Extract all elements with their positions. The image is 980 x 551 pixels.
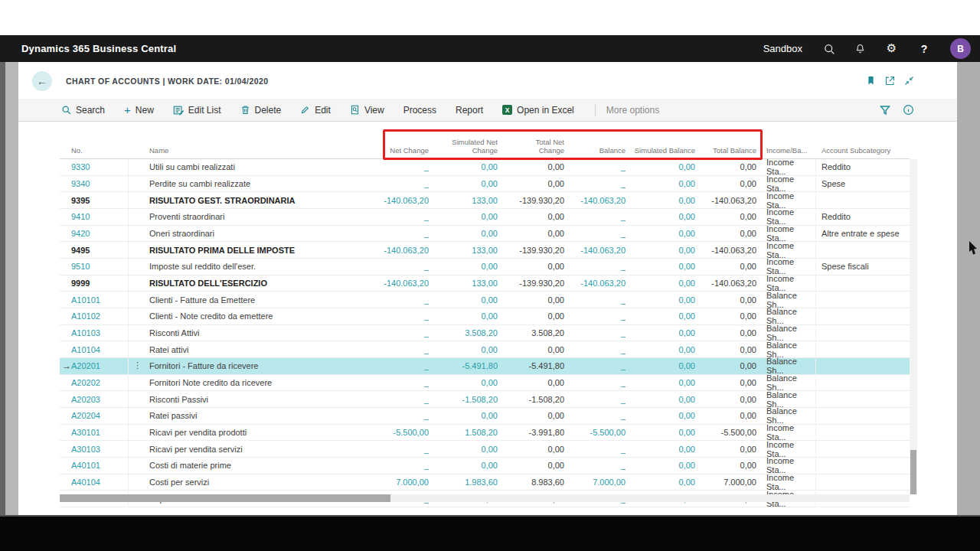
cell-balance[interactable]: _ (564, 361, 626, 370)
cell-simulated-net-change[interactable]: 3.508,20 (429, 328, 498, 337)
table-row[interactable]: A20202Fornitori Note credito da ricevere… (60, 375, 910, 392)
cell-balance[interactable]: _ (564, 162, 626, 171)
cell-net-change[interactable]: _ (383, 162, 429, 171)
cell-simulated-balance[interactable]: 0,00 (626, 445, 695, 454)
cell-account-no[interactable]: 9330 (70, 159, 129, 175)
cell-account-no[interactable]: A20201 (70, 358, 129, 374)
cell-simulated-net-change[interactable]: 0,00 (429, 411, 498, 420)
settings-gear-icon[interactable]: ⚙ (885, 42, 898, 55)
cell-account-no[interactable]: 9420 (70, 226, 129, 242)
help-icon[interactable]: ? (916, 43, 932, 55)
table-row[interactable]: 9510Imposte sul reddito dell'eser._0,000… (60, 259, 910, 276)
table-row[interactable]: A10101Clienti - Fatture da Emettere_0,00… (60, 292, 910, 308)
cell-simulated-balance[interactable]: 0,00 (626, 461, 695, 470)
cell-account-no[interactable]: 9999 (70, 276, 129, 292)
toolbar-search-button[interactable]: Search (61, 105, 105, 116)
cell-simulated-net-change[interactable]: 133,00 (429, 196, 498, 205)
table-row[interactable]: 9999RISULTATO DELL'ESERCIZIO-140.063,201… (60, 276, 910, 292)
cell-simulated-balance[interactable]: 0,00 (626, 229, 695, 238)
cell-net-change[interactable]: _ (383, 262, 429, 271)
bookmark-icon[interactable] (865, 75, 877, 86)
cell-balance[interactable]: _ (564, 445, 626, 454)
toolbar-open-in-excel-button[interactable]: X Open in Excel (502, 105, 574, 116)
notifications-bell-icon[interactable] (854, 42, 867, 55)
col-total-balance[interactable]: Total Balance (695, 146, 756, 155)
toolbar-new-button[interactable]: + New (124, 104, 154, 116)
cell-simulated-balance[interactable]: 0,00 (626, 328, 695, 337)
col-name[interactable]: Name (129, 146, 383, 155)
cell-simulated-net-change[interactable]: 133,00 (429, 279, 498, 288)
cell-simulated-net-change[interactable]: 0,00 (429, 461, 498, 470)
cell-account-no[interactable]: 9510 (70, 259, 129, 275)
cell-balance[interactable]: _ (564, 311, 626, 321)
cell-account-no[interactable]: A10101 (70, 292, 129, 308)
col-balance[interactable]: Balance (564, 146, 626, 155)
cell-account-no[interactable]: 9410 (70, 209, 129, 225)
cell-simulated-net-change[interactable]: 133,00 (429, 246, 498, 255)
info-icon[interactable] (903, 104, 914, 116)
cell-net-change[interactable]: 7.000,00 (383, 478, 429, 487)
row-options-ellipsis-icon[interactable]: ⋮ (133, 360, 142, 370)
cell-balance[interactable]: _ (564, 229, 626, 238)
cell-simulated-balance[interactable]: 0,00 (626, 295, 695, 305)
back-button[interactable]: ← (32, 71, 52, 91)
table-row[interactable]: A10103Risconti Attivi_3.508,203.508,20_0… (60, 325, 910, 342)
cell-balance[interactable]: -140.063,20 (564, 279, 626, 288)
table-row[interactable]: 9330Utili su cambi realizzati_0,000,00_0… (60, 159, 910, 176)
cell-account-no[interactable]: 9495 (70, 242, 129, 258)
cell-simulated-balance[interactable]: 0,00 (626, 279, 695, 288)
toolbar-report-button[interactable]: Report (456, 105, 483, 116)
col-net-change[interactable]: Net Change (383, 146, 429, 155)
cell-simulated-net-change[interactable]: 0,00 (429, 162, 498, 171)
open-in-window-icon[interactable] (884, 75, 896, 86)
cell-account-no[interactable]: 9395 (70, 192, 129, 208)
cell-simulated-net-change[interactable]: 0,00 (429, 212, 498, 221)
cell-net-change[interactable]: _ (383, 328, 429, 337)
cell-simulated-balance[interactable]: 0,00 (626, 428, 695, 437)
cell-simulated-balance[interactable]: 0,00 (626, 411, 695, 420)
cell-net-change[interactable]: _ (383, 461, 429, 470)
cell-simulated-balance[interactable]: 0,00 (626, 246, 695, 255)
table-row[interactable]: 9410Proventi straordinari_0,000,00_0,000… (60, 209, 910, 226)
cell-balance[interactable]: _ (564, 461, 626, 470)
cell-simulated-net-change[interactable]: 1.983,60 (429, 478, 498, 487)
cell-account-no[interactable]: A40101 (70, 458, 129, 474)
cell-simulated-balance[interactable]: 0,00 (626, 262, 695, 271)
vertical-scrollbar-thumb[interactable] (910, 450, 916, 494)
col-income-balance[interactable]: Income/Ba... (756, 146, 816, 155)
table-row[interactable]: 9395RISULTATO GEST. STRAORDINARIA-140.06… (60, 192, 910, 209)
table-row[interactable]: →A20201Fornitori - Fatture da ricevere_-… (60, 358, 910, 375)
cell-account-no[interactable]: A20202 (70, 375, 129, 391)
cell-balance[interactable]: -5.500,00 (564, 428, 626, 437)
table-row[interactable]: A10102Clienti - Note credito da emettere… (60, 308, 910, 325)
cell-simulated-balance[interactable]: 0,00 (626, 311, 695, 321)
col-no[interactable]: No. (70, 146, 129, 155)
toolbar-delete-button[interactable]: Delete (240, 105, 282, 116)
cell-net-change[interactable]: -5.500,00 (383, 428, 429, 437)
cell-simulated-balance[interactable]: 0,00 (626, 196, 695, 205)
cell-account-no[interactable]: A20204 (70, 408, 129, 424)
cell-net-change[interactable]: _ (383, 212, 429, 221)
cell-balance[interactable]: _ (564, 262, 626, 271)
cell-net-change[interactable]: _ (383, 229, 429, 238)
cell-simulated-balance[interactable]: 0,00 (626, 361, 695, 370)
cell-balance[interactable]: _ (564, 378, 626, 387)
table-row[interactable]: 9495RISULTATO PRIMA DELLE IMPOSTE-140.06… (60, 242, 910, 259)
cell-net-change[interactable]: -140.063,20 (383, 279, 429, 288)
cell-net-change[interactable]: _ (383, 179, 429, 188)
horizontal-scrollbar[interactable] (60, 494, 910, 502)
cell-net-change[interactable]: _ (383, 445, 429, 454)
cell-simulated-net-change[interactable]: 0,00 (429, 229, 498, 238)
environment-label[interactable]: Sandbox (763, 43, 802, 54)
cell-balance[interactable]: -140.063,20 (564, 196, 626, 205)
cell-simulated-net-change[interactable]: 0,00 (429, 445, 498, 454)
toolbar-view-button[interactable]: View (350, 105, 384, 116)
filter-icon[interactable] (879, 104, 891, 116)
cell-simulated-net-change[interactable]: 0,00 (429, 378, 498, 387)
cell-simulated-net-change[interactable]: 0,00 (429, 262, 498, 271)
table-row[interactable]: A30103Ricavi per vendita servizi_0,000,0… (60, 441, 910, 458)
cell-account-no[interactable]: 9340 (70, 176, 129, 192)
table-row[interactable]: 9420Oneri straordinari_0,000,00_0,000,00… (60, 226, 910, 243)
cell-simulated-net-change[interactable]: 0,00 (429, 295, 498, 305)
cell-simulated-balance[interactable]: 0,00 (626, 212, 695, 221)
